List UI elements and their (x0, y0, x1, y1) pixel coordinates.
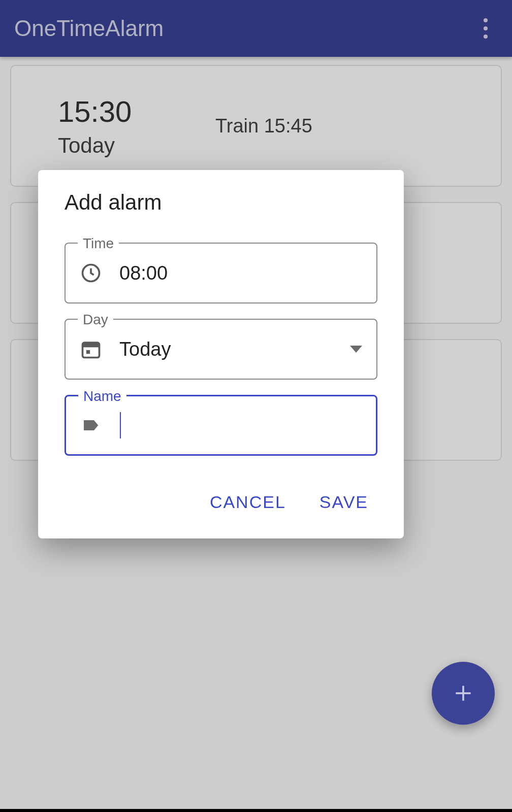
save-button[interactable]: SAVE (315, 486, 372, 518)
svg-rect-5 (86, 350, 90, 354)
label-icon (80, 414, 103, 436)
dialog-title: Add alarm (65, 190, 377, 215)
name-field[interactable]: Name (65, 395, 377, 456)
svg-rect-4 (83, 343, 100, 347)
add-alarm-dialog: Add alarm Time 08:00 Day Today Name (38, 170, 404, 538)
add-alarm-fab[interactable] (432, 662, 495, 725)
name-field-label: Name (78, 388, 126, 404)
day-field[interactable]: Day Today (65, 319, 377, 380)
calendar-icon (80, 338, 102, 360)
day-field-label: Day (78, 312, 113, 328)
clock-icon (80, 262, 102, 284)
name-input[interactable] (121, 413, 362, 438)
day-field-value: Today (119, 339, 350, 360)
chevron-down-icon (350, 346, 362, 353)
dialog-actions: CANCEL SAVE (65, 471, 377, 528)
time-field-label: Time (78, 235, 119, 252)
time-field[interactable]: Time 08:00 (65, 243, 377, 303)
cancel-button[interactable]: CANCEL (206, 486, 290, 518)
time-field-value: 08:00 (119, 262, 362, 284)
plus-icon (452, 682, 474, 704)
